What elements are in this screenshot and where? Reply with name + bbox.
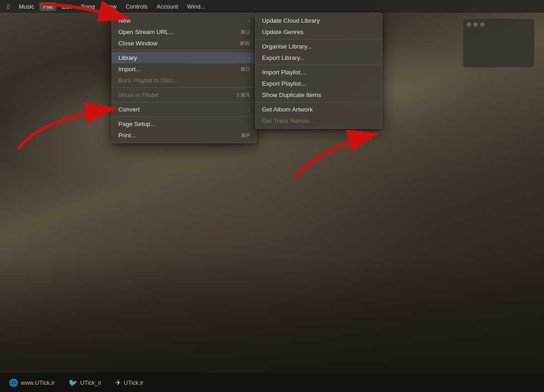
menu-item-convert-label: Convert — [118, 106, 140, 113]
file-menu: New › Open Stream URL... ⌘U Close Window… — [112, 13, 257, 143]
menu-item-import[interactable]: Import... ⌘O — [112, 63, 256, 75]
menubar-account[interactable]: Account — [153, 2, 182, 11]
menu-separator-2 — [112, 87, 256, 88]
menubar-song[interactable]: Song — [78, 2, 98, 11]
menu-item-print[interactable]: Print... ⌘P — [112, 130, 256, 141]
library-submenu: Update Cloud Library Update Genres Organ… — [255, 13, 382, 129]
menu-item-update-genres-label: Update Genres — [262, 29, 304, 35]
menu-item-open-stream[interactable]: Open Stream URL... ⌘U — [112, 26, 256, 38]
close-dot — [466, 22, 471, 27]
twitter-icon: 🐦 — [68, 378, 78, 387]
menu-item-open-stream-shortcut: ⌘U — [240, 29, 250, 35]
menubar-controls[interactable]: Controls — [122, 2, 151, 11]
menu-item-print-shortcut: ⌘P — [241, 132, 250, 139]
menu-item-show-finder: Show in Finder ⇧⌘R — [112, 89, 256, 101]
footer-twitter: 🐦 UTick_ir — [68, 378, 102, 387]
footer-website-label: www.UTick.ir — [21, 379, 55, 386]
telegram-icon: ✈ — [115, 378, 121, 387]
menu-item-get-album-artwork-label: Get Album Artwork — [262, 106, 313, 113]
menu-item-close-window-label: Close Window — [118, 40, 157, 47]
footer-website: 🌐 www.UTick.ir — [9, 378, 55, 387]
maximize-dot — [480, 22, 485, 27]
menu-item-update-cloud[interactable]: Update Cloud Library — [256, 15, 382, 26]
window-control-dots — [466, 22, 531, 27]
menu-item-convert[interactable]: Convert › — [112, 104, 256, 115]
menu-item-update-genres[interactable]: Update Genres — [256, 26, 382, 38]
menu-item-get-track-names: Get Track Names — [256, 115, 382, 126]
menubar-view[interactable]: View — [100, 2, 120, 11]
menu-item-page-setup[interactable]: Page Setup... — [112, 118, 256, 130]
apple-menu-item[interactable]:  — [4, 2, 13, 11]
library-separator-3 — [256, 102, 382, 102]
menu-item-organise-library-label: Organise Library... — [262, 43, 312, 50]
menu-item-organise-library[interactable]: Organise Library... — [256, 41, 382, 52]
menu-item-new-arrow: › — [248, 18, 250, 24]
menu-item-show-duplicate-label: Show Duplicate Items — [262, 92, 321, 98]
footer-telegram-label: UTick.ir — [124, 379, 144, 386]
menu-item-convert-arrow: › — [248, 107, 250, 112]
menu-item-export-playlist-label: Export Playlist... — [262, 80, 306, 87]
menu-separator-4 — [112, 116, 256, 117]
footer: 🌐 www.UTick.ir 🐦 UTick_ir ✈ UTick.ir — [0, 373, 544, 392]
menu-item-import-shortcut: ⌘O — [240, 66, 250, 73]
menubar-file[interactable]: File — [39, 2, 56, 11]
menu-item-import-label: Import... — [118, 66, 141, 73]
menu-item-show-finder-label: Show in Finder — [118, 92, 159, 98]
menu-item-open-stream-label: Open Stream URL... — [118, 29, 174, 35]
menu-item-burn-playlist-label: Burn Playlist to Disc... — [118, 77, 178, 84]
menu-item-export-library[interactable]: Export Library... — [256, 52, 382, 63]
menu-item-update-cloud-label: Update Cloud Library — [262, 17, 320, 24]
menu-item-burn-playlist: Burn Playlist to Disc... — [112, 75, 256, 86]
footer-twitter-label: UTick_ir — [80, 379, 102, 386]
menu-item-page-setup-label: Page Setup... — [118, 121, 155, 127]
menubar-edit[interactable]: Edit — [58, 2, 75, 11]
menu-separator-1 — [112, 50, 256, 51]
minimize-dot — [473, 22, 478, 27]
menu-item-print-label: Print... — [118, 132, 136, 139]
window-thumbnail — [462, 18, 535, 68]
menu-item-get-track-names-label: Get Track Names — [262, 117, 310, 124]
menu-item-import-playlist[interactable]: Import Playlist... — [256, 67, 382, 78]
menu-item-new[interactable]: New › — [112, 15, 256, 26]
menubar-window[interactable]: Wind... — [184, 2, 209, 11]
menubar-music[interactable]: Music — [15, 2, 38, 11]
menubar:  Music File Edit Song View Controls Acc… — [0, 0, 544, 13]
menu-item-import-playlist-label: Import Playlist... — [262, 69, 306, 76]
footer-telegram: ✈ UTick.ir — [115, 378, 144, 387]
library-separator-1 — [256, 39, 382, 39]
menu-item-close-window[interactable]: Close Window ⌘W — [112, 38, 256, 49]
menu-item-export-library-label: Export Library... — [262, 54, 305, 61]
menu-item-library-arrow: › — [248, 55, 250, 61]
menu-item-new-label: New — [118, 17, 131, 24]
menu-item-show-finder-shortcut: ⇧⌘R — [236, 92, 250, 98]
menu-item-export-playlist[interactable]: Export Playlist... — [256, 78, 382, 89]
menu-item-close-window-shortcut: ⌘W — [239, 40, 250, 47]
library-separator-2 — [256, 65, 382, 65]
menu-item-library-label: Library — [118, 54, 137, 61]
menu-item-get-album-artwork[interactable]: Get Album Artwork — [256, 104, 382, 115]
menu-separator-3 — [112, 102, 256, 102]
website-icon: 🌐 — [9, 378, 18, 387]
menu-item-show-duplicate[interactable]: Show Duplicate Items — [256, 89, 382, 101]
menu-item-library[interactable]: Library › — [112, 52, 256, 63]
